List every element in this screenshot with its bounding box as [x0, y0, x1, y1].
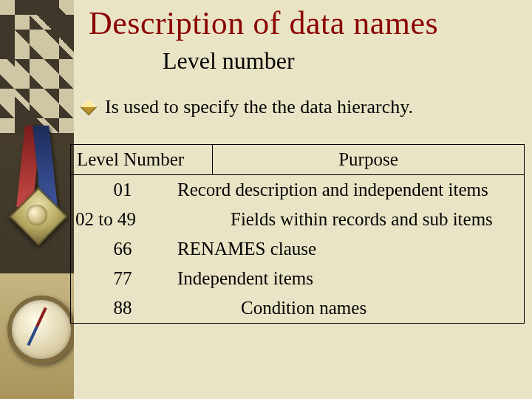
- table-header-purpose: Purpose: [213, 145, 524, 174]
- table-row: 88 Condition names: [71, 293, 524, 323]
- cell-level: 77: [71, 268, 174, 289]
- table-body: 01 Record description and independent it…: [70, 174, 525, 324]
- bullet-line: Is used to specify the the data hierarch…: [83, 96, 413, 118]
- table-header-level: Level Number: [71, 145, 213, 174]
- diamond-bullet-icon: [81, 99, 98, 116]
- cell-purpose: Fields within records and sub items: [194, 209, 524, 230]
- cell-level: 01: [71, 180, 174, 200]
- table-row: 66 RENAMES clause: [71, 234, 524, 264]
- level-number-table: Level Number Purpose 01 Record descripti…: [70, 144, 525, 324]
- cell-purpose: Condition names: [174, 298, 524, 318]
- compass-icon: [0, 273, 74, 399]
- slide: Description of data names Level number I…: [0, 0, 532, 399]
- table-row: 01 Record description and independent it…: [71, 175, 524, 205]
- checkerboard-icon: [0, 0, 74, 133]
- page-subtitle: Level number: [163, 47, 295, 75]
- cell-level: 88: [71, 298, 174, 318]
- table-row: 02 to 49 Fields within records and sub i…: [71, 205, 524, 234]
- bullet-text: Is used to specify the the data hierarch…: [105, 96, 413, 118]
- cell-purpose: Independent items: [174, 268, 524, 289]
- cell-level: 66: [71, 239, 174, 259]
- table-header: Level Number Purpose: [70, 144, 525, 174]
- cell-purpose: RENAMES clause: [174, 239, 524, 259]
- cell-level: 02 to 49: [71, 209, 194, 230]
- medal-icon: [7, 126, 66, 251]
- table-row: 77 Independent items: [71, 264, 524, 293]
- decorative-sidebar: [0, 0, 74, 399]
- cell-purpose: Record description and independent items: [174, 180, 524, 200]
- page-title: Description of data names: [89, 4, 438, 42]
